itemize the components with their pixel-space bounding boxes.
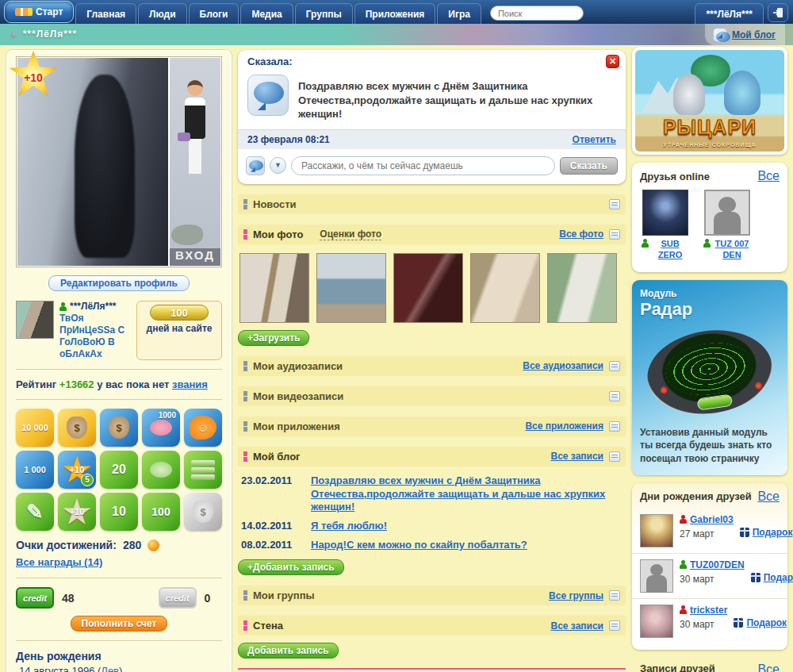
all-audio-link[interactable]: Все аудиозаписи	[523, 360, 603, 371]
award-10[interactable]: 10	[100, 493, 138, 531]
birthday-item: TUZ007DEN 30 март Подарок	[632, 553, 787, 598]
nav-tab-start[interactable]: Старт	[4, 1, 74, 23]
achievements-value: 280	[123, 539, 141, 551]
reply-link[interactable]: Ответить	[573, 134, 616, 145]
chevron-down-icon[interactable]: ▼	[270, 157, 286, 174]
award-money-bag-silver[interactable]: $	[184, 493, 222, 531]
friends-row: SUB ZERO TUZ 007 DEN	[632, 188, 787, 272]
all-blog-posts-link[interactable]: Все записи	[550, 451, 603, 462]
collapse-icon[interactable]	[609, 421, 620, 432]
friend-avatar[interactable]	[642, 190, 688, 236]
nav-tab-blogs[interactable]: Блоги	[189, 3, 239, 24]
avatar-widget[interactable]: ВХОД	[170, 58, 220, 266]
add-blog-post-button[interactable]: +Добавить запись	[238, 559, 344, 575]
birthday-avatar[interactable]	[640, 559, 673, 593]
speech-bubble-icon[interactable]	[246, 156, 265, 175]
photo-thumbnail[interactable]	[316, 253, 386, 323]
speech-bubble-icon	[713, 28, 727, 42]
all-apps-link[interactable]: Все приложения	[525, 420, 603, 432]
credits-row: credit 48 credit 0	[16, 587, 222, 609]
award-coins-10000[interactable]: 10 000	[16, 409, 54, 447]
all-photos-link[interactable]: Все фото	[559, 228, 603, 240]
award-star-plus10[interactable]: ★+105	[58, 451, 96, 489]
award-money-stack[interactable]	[184, 451, 222, 489]
collapse-icon[interactable]	[609, 361, 620, 371]
say-button[interactable]: Сказать	[560, 157, 618, 175]
blog-entry-link[interactable]: Я тебя люблю!	[311, 520, 387, 533]
game-banner[interactable]: РЫЦАРИ УТРАЧЕННЫЕ СОКРОВИЩА	[632, 47, 787, 155]
add-wall-post-button[interactable]: Добавить запись	[238, 643, 339, 659]
award-star-outline-plus10[interactable]: ★+10	[58, 493, 96, 531]
all-friends-link[interactable]: Все	[757, 169, 780, 183]
nav-tab-apps[interactable]: Приложения	[354, 3, 436, 24]
radar-module-ad[interactable]: Модуль Радар Установив данный модуль ты …	[632, 280, 787, 475]
all-wall-posts-link[interactable]: Все записи	[550, 620, 603, 632]
blog-entry-link[interactable]: Поздравляю всех мужчин с Днём Защитника …	[311, 474, 626, 515]
nav-tab-people[interactable]: Люди	[138, 3, 187, 24]
blog-entry: 14.02.2011 Я тебя люблю!	[241, 520, 626, 533]
all-awards-link[interactable]: Все награды (14)	[16, 556, 102, 568]
nav-tab-profile[interactable]: ***ЛёЛя***	[695, 3, 764, 24]
credit-card-gray-icon: credit	[159, 587, 197, 609]
rank-link[interactable]: звания	[172, 378, 208, 390]
birthday-name-link[interactable]: trickster	[690, 605, 727, 616]
birthday-date: 30 март	[680, 619, 727, 630]
birthday-name-link[interactable]: Gabriel03	[690, 514, 734, 525]
birthday-avatar[interactable]	[640, 514, 673, 547]
friend-name-link[interactable]: SUB ZERO	[651, 239, 689, 261]
collapse-icon[interactable]	[609, 199, 620, 209]
collapse-icon[interactable]	[609, 229, 620, 240]
award-money-bags-gold[interactable]: $	[58, 409, 96, 447]
rating-value: +13662	[59, 378, 94, 390]
gift-link[interactable]: Подарок	[753, 527, 793, 538]
collapse-icon[interactable]	[609, 451, 620, 462]
divider	[16, 640, 222, 641]
nav-tab-media[interactable]: Медиа	[240, 3, 293, 24]
birthday-avatar[interactable]	[640, 605, 673, 638]
award-piggy-1000[interactable]: 1000	[142, 409, 180, 447]
friend-avatar[interactable]	[704, 190, 750, 236]
nav-tab-groups[interactable]: Группы	[295, 3, 353, 24]
all-birthdays-link[interactable]: Все	[757, 490, 780, 504]
edit-profile-button[interactable]: Редактировать профиль	[48, 275, 190, 291]
award-orange-splat[interactable]: ☺	[184, 409, 222, 447]
photo-thumbnail[interactable]	[547, 253, 617, 323]
breadcrumb-bar: ♦ ***ЛёЛя*** Мой блог	[0, 24, 793, 45]
photo-thumbnail[interactable]	[239, 253, 309, 323]
zodiac-link[interactable]: Лев	[101, 665, 119, 672]
nav-tab-main[interactable]: Главная	[75, 3, 136, 24]
section-blog: Мой блог Все записи	[238, 447, 626, 467]
blog-entry-link[interactable]: Народ!С кем можно по скайпу побалтать?	[311, 539, 527, 552]
nav-tab-game[interactable]: Игра	[437, 3, 481, 24]
award-100[interactable]: 100	[142, 493, 180, 531]
user-thumbnail[interactable]	[16, 301, 54, 339]
photo-ratings-link[interactable]: Оценки фото	[320, 228, 381, 240]
gift-link[interactable]: Подарок	[746, 617, 787, 628]
all-groups-link[interactable]: Все группы	[549, 590, 603, 601]
upload-photo-button[interactable]: +Загрузить	[238, 330, 309, 346]
photo-thumbnail[interactable]	[393, 253, 463, 323]
avatar-entrance-button[interactable]: ВХОД	[170, 248, 220, 266]
gift-link[interactable]: Подарок	[764, 572, 793, 583]
close-icon[interactable]: ✕	[606, 55, 619, 68]
topup-account-button[interactable]: Пополнить счет	[71, 616, 168, 632]
collapse-icon[interactable]	[609, 620, 620, 631]
game-banner-art: РЫЦАРИ УТРАЧЕННЫЕ СОКРОВИЩА	[635, 50, 784, 152]
award-coins-1000[interactable]: 1 000	[16, 451, 54, 489]
status-input[interactable]	[291, 156, 555, 175]
search-input[interactable]	[490, 6, 584, 21]
divider	[16, 369, 222, 370]
friend-name-link[interactable]: TUZ 007 DEN	[713, 239, 751, 261]
collapse-icon[interactable]	[609, 590, 620, 601]
all-friend-posts-link[interactable]: Все	[757, 662, 780, 672]
collapse-icon[interactable]	[609, 391, 620, 401]
photo-thumbnail[interactable]	[470, 253, 540, 323]
my-blog-link[interactable]: Мой блог	[732, 29, 776, 40]
days-count: 100	[150, 305, 209, 321]
logout-icon[interactable]	[768, 3, 788, 22]
birthday-name-link[interactable]: TUZ007DEN	[690, 559, 745, 570]
award-20[interactable]: 20	[100, 451, 138, 489]
award-piggy-green[interactable]	[142, 451, 180, 489]
award-money-bag-blue[interactable]: $	[100, 409, 138, 447]
award-quill[interactable]: ✎	[16, 493, 54, 531]
